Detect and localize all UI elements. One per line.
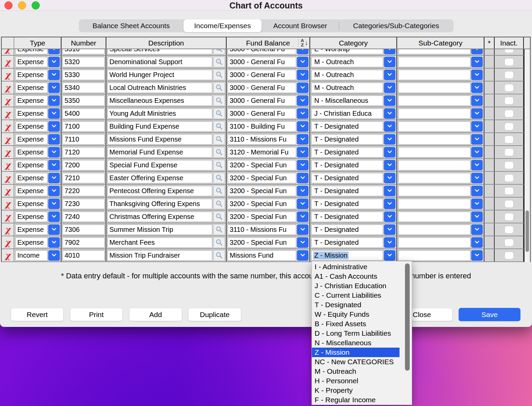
fund-balance-value[interactable]: 3000 - General Fu <box>228 95 296 106</box>
description-input[interactable]: Special Fund Expense <box>107 160 212 170</box>
fund-lookup-button[interactable] <box>213 70 225 80</box>
fund-dropdown-button[interactable] <box>297 211 308 222</box>
subcategory-dropdown-button[interactable] <box>471 108 483 119</box>
number-input[interactable]: 7120 <box>63 147 105 158</box>
type-dropdown-button[interactable] <box>48 250 60 261</box>
number-input[interactable]: 5310 <box>63 49 105 54</box>
category-dropdown-button[interactable] <box>384 160 395 170</box>
subcategory-value[interactable] <box>398 211 471 222</box>
type-value[interactable]: Expense <box>15 108 48 119</box>
type-dropdown-button[interactable] <box>48 173 60 183</box>
fund-balance-value[interactable]: 3100 - Building Fu <box>228 121 296 132</box>
inactive-checkbox[interactable] <box>504 252 514 259</box>
category-value[interactable]: T - Designated <box>311 211 383 222</box>
category-dropdown-button[interactable] <box>384 237 395 248</box>
category-value[interactable]: T - Designated <box>311 173 383 183</box>
subcategory-value[interactable] <box>398 173 471 183</box>
category-value[interactable]: J - Christian Educa <box>311 108 383 119</box>
subcategory-value[interactable] <box>398 108 471 119</box>
type-dropdown-button[interactable] <box>48 95 60 106</box>
delete-row-icon[interactable]: χ <box>5 200 10 208</box>
print-button[interactable]: Print <box>70 308 123 321</box>
category-dropdown-button[interactable] <box>384 186 395 196</box>
fund-dropdown-button[interactable] <box>297 199 308 209</box>
category-dropdown-button[interactable] <box>384 49 395 54</box>
description-input[interactable]: Christmas Offering Expense <box>107 211 212 222</box>
dropdown-item[interactable]: D - Long Term Liabilities <box>312 329 400 338</box>
category-dropdown-button[interactable] <box>384 199 395 209</box>
description-input[interactable]: Missions Fund Expense <box>107 134 212 145</box>
inactive-checkbox[interactable] <box>504 97 514 105</box>
sort-ascending-icon[interactable]: A Z ↓ <box>298 38 308 47</box>
description-input[interactable]: Memorial Fund Expense <box>107 147 212 158</box>
delete-row-icon[interactable]: χ <box>5 174 10 182</box>
subcategory-value[interactable] <box>398 224 471 235</box>
category-value[interactable]: E - Worship <box>311 49 383 54</box>
fund-dropdown-button[interactable] <box>297 186 308 196</box>
category-dropdown-button[interactable] <box>384 108 395 119</box>
fund-balance-value[interactable]: 3200 - Special Fun <box>228 173 296 183</box>
category-value[interactable]: T - Designated <box>311 186 383 196</box>
subcategory-value[interactable] <box>398 95 471 106</box>
dropdown-item[interactable]: T - Designated <box>312 300 400 310</box>
number-input[interactable]: 7240 <box>63 211 105 222</box>
inactive-checkbox[interactable] <box>504 58 514 66</box>
subcategory-dropdown-button[interactable] <box>471 211 483 222</box>
category-dropdown-button[interactable] <box>384 224 395 235</box>
inactive-checkbox[interactable] <box>504 239 514 246</box>
type-value[interactable]: Expense <box>15 121 48 132</box>
description-input[interactable]: Miscellaneous Expenses <box>107 95 212 106</box>
type-dropdown-button[interactable] <box>48 211 60 222</box>
fund-lookup-button[interactable] <box>213 49 225 54</box>
fund-lookup-button[interactable] <box>213 199 225 209</box>
type-value[interactable]: Expense <box>15 186 48 196</box>
fund-dropdown-button[interactable] <box>297 108 308 119</box>
inactive-checkbox[interactable] <box>504 135 514 143</box>
category-value[interactable]: T - Designated <box>311 160 383 170</box>
subcategory-dropdown-button[interactable] <box>471 237 483 248</box>
type-value[interactable]: Expense <box>15 211 48 222</box>
description-input[interactable]: Special Services <box>107 49 212 54</box>
fund-balance-value[interactable]: 3000 - General Fu <box>228 70 296 80</box>
delete-row-icon[interactable]: χ <box>5 148 10 156</box>
dropdown-item[interactable]: B - Fixed Assets <box>312 319 400 329</box>
category-dropdown-button[interactable] <box>384 82 395 93</box>
category-value[interactable]: T - Designated <box>311 147 383 158</box>
category-dropdown-button[interactable] <box>384 95 395 106</box>
fund-dropdown-button[interactable] <box>297 70 308 80</box>
fund-dropdown-button[interactable] <box>297 57 308 67</box>
inactive-checkbox[interactable] <box>504 161 514 169</box>
category-dropdown-button[interactable] <box>384 250 395 261</box>
type-value[interactable]: Expense <box>15 70 48 80</box>
number-input[interactable]: 7306 <box>63 224 105 235</box>
description-input[interactable]: Pentecost Offering Expense <box>107 186 212 196</box>
category-value[interactable]: N - Miscellaneous <box>311 95 383 106</box>
fund-lookup-button[interactable] <box>213 211 225 222</box>
type-dropdown-button[interactable] <box>48 160 60 170</box>
type-dropdown-button[interactable] <box>48 147 60 158</box>
type-value[interactable]: Expense <box>15 49 48 54</box>
fund-dropdown-button[interactable] <box>297 49 308 54</box>
inactive-checkbox[interactable] <box>504 226 514 234</box>
type-dropdown-button[interactable] <box>48 134 60 145</box>
type-dropdown-button[interactable] <box>48 237 60 248</box>
subcategory-value[interactable] <box>398 237 471 248</box>
description-input[interactable]: Local Outreach Ministries <box>107 82 212 93</box>
subcategory-dropdown-button[interactable] <box>471 199 483 209</box>
subcategory-dropdown-button[interactable] <box>471 186 483 196</box>
fund-balance-value[interactable]: 3200 - Special Fun <box>228 211 296 222</box>
inactive-checkbox[interactable] <box>504 174 514 182</box>
fund-dropdown-button[interactable] <box>297 82 308 93</box>
subcategory-value[interactable] <box>398 121 471 132</box>
inactive-checkbox[interactable] <box>504 110 514 117</box>
subcategory-dropdown-button[interactable] <box>471 134 483 145</box>
fund-lookup-button[interactable] <box>213 173 225 183</box>
inactive-checkbox[interactable] <box>504 49 514 53</box>
category-value[interactable]: T - Designated <box>311 199 383 209</box>
subcategory-value[interactable] <box>398 147 471 158</box>
type-dropdown-button[interactable] <box>48 82 60 93</box>
fund-dropdown-button[interactable] <box>297 147 308 158</box>
number-input[interactable]: 4010 <box>63 250 105 261</box>
number-input[interactable]: 5400 <box>63 108 105 119</box>
number-input[interactable]: 7200 <box>63 160 105 170</box>
